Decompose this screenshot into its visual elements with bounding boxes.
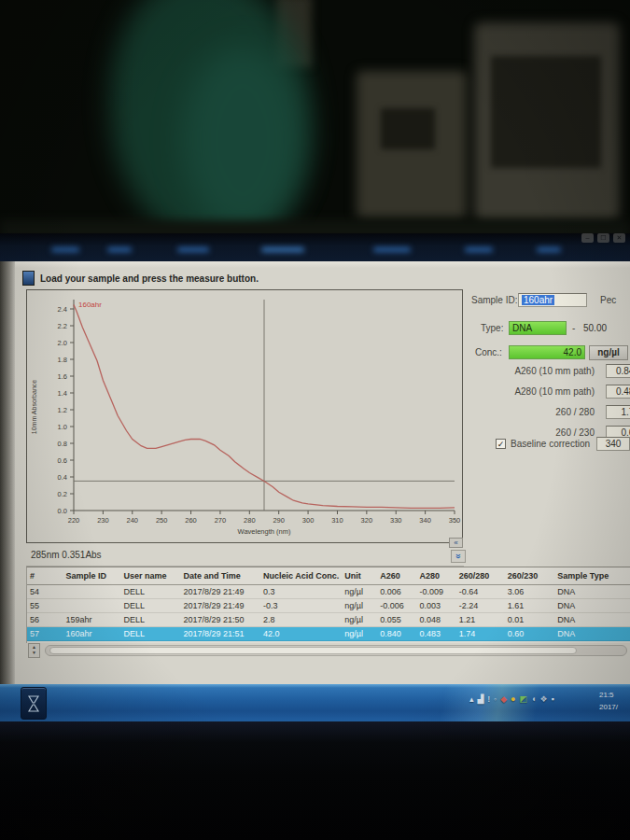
table-cell: DELL (120, 627, 180, 641)
table-cell: 0.048 (417, 613, 456, 627)
table-row[interactable]: 54DELL2017/8/29 21:490.3ng/µl0.006-0.009… (27, 585, 630, 599)
measurement-label: A280 (10 mm path) (464, 386, 595, 397)
measure-icon[interactable] (22, 271, 35, 286)
updater-icon[interactable]: ● (511, 695, 515, 704)
table-cell (63, 585, 120, 599)
column-header[interactable]: Date and Time (180, 567, 260, 585)
table-cell: 159ahr (63, 613, 120, 627)
show-hidden-icons-icon[interactable]: ▴ (469, 695, 474, 704)
type-label: Type: (481, 323, 503, 333)
messenger-icon[interactable]: ◦ (494, 695, 497, 704)
table-cell: DNA (554, 613, 630, 627)
taskbar-app-button[interactable] (21, 687, 47, 720)
table-cell: 0.055 (377, 613, 416, 627)
y-tick-label: 0.6 (58, 456, 67, 465)
close-button[interactable]: ✕ (613, 233, 625, 243)
table-cell: ng/µl (342, 585, 377, 599)
baseline-row: ✓ Baseline correction 340 (464, 437, 630, 452)
table-cell: 0.006 (377, 585, 416, 599)
notification-icon[interactable]: ! (487, 695, 490, 704)
x-tick-label: 270 (215, 516, 227, 525)
table-row[interactable]: 55DELL2017/8/29 21:49-0.3ng/µl-0.0060.00… (27, 599, 630, 613)
x-tick-label: 230 (97, 516, 109, 525)
measurement-value-field: 1.74 (606, 405, 630, 419)
column-header[interactable]: Unit (342, 567, 377, 585)
column-header[interactable]: Nucleic Acid Conc. (260, 567, 342, 585)
conc-value-field: 42.0 (509, 345, 585, 359)
language-icon[interactable]: ▪ (552, 695, 554, 704)
sample-id-label: Sample ID: (471, 295, 517, 305)
column-header[interactable]: Sample Type (554, 567, 630, 585)
x-tick-label: 260 (185, 516, 197, 525)
sample-id-input[interactable]: 160ahr (518, 293, 587, 307)
monitor-left-bezel (0, 261, 15, 684)
table-cell: DELL (120, 599, 180, 613)
type-dropdown[interactable]: DNA (509, 321, 567, 335)
table-cell: 1.61 (505, 599, 555, 613)
volume-icon[interactable]: ◖ (531, 695, 536, 704)
column-header[interactable]: Sample ID (63, 567, 120, 585)
column-header[interactable]: User name (120, 567, 180, 585)
measurement-value-field: 0.840 (606, 364, 630, 378)
table-row[interactable]: 57160ahrDELL2017/8/29 21:5142.0ng/µl0.84… (27, 627, 630, 641)
y-tick-label: 2.2 (58, 322, 67, 330)
column-header[interactable]: A260 (377, 567, 416, 585)
y-tick-label: 0.2 (58, 490, 67, 498)
scrollbar-track[interactable] (45, 645, 627, 656)
safety-icon[interactable]: ◩ (520, 695, 528, 704)
y-tick-label: 1.6 (58, 372, 67, 381)
y-tick-label: 2.4 (58, 305, 67, 314)
window-controls: – ☐ ✕ (581, 233, 625, 243)
network-icon[interactable]: ▟ (478, 695, 484, 704)
table-cell: 1.74 (456, 627, 505, 641)
conc-unit-button[interactable]: ng/µl (589, 345, 628, 360)
table-cell: -2.24 (456, 599, 505, 613)
monitor-bottom-bezel (0, 721, 630, 840)
baseline-label: Baseline correction (511, 439, 590, 449)
column-header[interactable]: 260/230 (505, 567, 555, 585)
column-header[interactable]: # (27, 567, 63, 585)
measurement-value-field: 0.483 (606, 385, 630, 399)
table-cell: 2017/8/29 21:49 (180, 599, 260, 613)
table-row[interactable]: 56159ahrDELL2017/8/29 21:502.8ng/µl0.055… (27, 613, 630, 627)
baseline-wavelength-field[interactable]: 340 (596, 437, 630, 451)
table-cell: 2017/8/29 21:51 (180, 627, 260, 641)
table-cell: DELL (120, 585, 180, 599)
table-cell: DELL (120, 613, 180, 627)
table-cell: ng/µl (342, 627, 377, 641)
x-tick-label: 240 (127, 516, 139, 525)
measurement-label: 260 / 280 (464, 407, 595, 417)
table-cell: 2017/8/29 21:49 (180, 585, 260, 599)
instruction-text: Load your sample and press the measure b… (40, 273, 259, 284)
scrollbar-thumb[interactable] (49, 647, 577, 654)
results-table: #Sample IDUser nameDate and TimeNucleic … (26, 567, 630, 643)
sample-panel: Sample ID: 160ahr Pec Type: DNA - 50.00 … (464, 289, 630, 543)
green-drape-highlight (182, 47, 303, 233)
cursor-readout: 285nm 0.351Abs (31, 550, 102, 560)
spectrum-chart[interactable]: 2202302402502602702802903003103203303403… (26, 289, 463, 543)
taskbar-clock[interactable]: 21:5 2017/ (599, 690, 618, 714)
measurement-row: 260 / 2801.74 (464, 405, 630, 420)
baseline-checkbox[interactable]: ✓ (496, 439, 506, 449)
table-cell: ng/µl (342, 599, 377, 613)
y-tick-label: 1.0 (58, 423, 67, 431)
y-tick-label: 2.0 (58, 339, 67, 347)
spinner-down-icon[interactable]: ▼ (29, 650, 39, 655)
usb-icon[interactable]: ❖ (539, 695, 547, 704)
factor-separator: - (572, 323, 575, 333)
x-tick-label: 350 (449, 516, 461, 525)
windows-taskbar: ▴▟!◦◆●◩◖❖▪ 21:5 2017/ (0, 684, 630, 721)
table-cell: 3.06 (505, 585, 555, 599)
column-header[interactable]: 260/280 (456, 567, 505, 585)
column-header[interactable]: A280 (417, 567, 456, 585)
row-spinner[interactable]: ▲ ▼ (28, 643, 40, 658)
antivirus-icon[interactable]: ◆ (500, 695, 507, 704)
maximize-button[interactable]: ☐ (597, 233, 609, 243)
table-cell: DNA (554, 599, 630, 613)
monitor-top-glow: – ☐ ✕ (0, 233, 630, 261)
spectrophotometer-app-window: Load your sample and press the measure b… (0, 261, 630, 684)
table-cell: -0.009 (417, 585, 456, 599)
x-tick-label: 300 (302, 516, 315, 525)
minimize-button[interactable]: – (581, 233, 594, 243)
collapse-down-button[interactable]: « (451, 550, 466, 563)
